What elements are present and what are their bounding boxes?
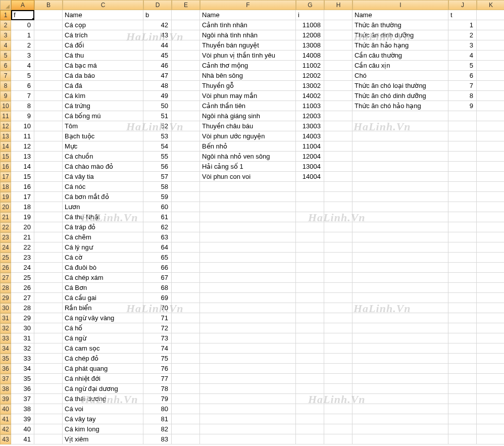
cell-C1[interactable]: Name (63, 10, 143, 20)
cell-B13[interactable] (34, 131, 63, 141)
cell-B5[interactable] (34, 51, 63, 61)
cell-D16[interactable]: 56 (143, 162, 172, 172)
cell-E13[interactable] (172, 131, 200, 141)
cell-B15[interactable] (34, 152, 63, 162)
row-header-11[interactable]: 11 (0, 111, 11, 121)
cell-D34[interactable]: 74 (143, 343, 172, 354)
cell-F35[interactable] (200, 354, 296, 364)
cell-B8[interactable] (34, 81, 63, 91)
cell-D13[interactable]: 53 (143, 131, 172, 141)
column-header-B[interactable]: B (34, 0, 63, 10)
cell-K25[interactable] (477, 253, 504, 263)
cell-E15[interactable] (172, 152, 200, 162)
cell-K41[interactable] (477, 414, 504, 424)
cell-K32[interactable] (477, 323, 504, 333)
cell-A16[interactable]: 14 (11, 162, 34, 172)
cell-J18[interactable] (448, 182, 477, 192)
cell-B32[interactable] (34, 323, 63, 333)
cell-D10[interactable]: 50 (143, 101, 172, 111)
cell-K4[interactable] (477, 40, 504, 51)
cell-E40[interactable] (172, 404, 200, 414)
cell-I17[interactable] (352, 172, 448, 182)
row-header-9[interactable]: 9 (0, 91, 11, 101)
cell-A37[interactable]: 35 (11, 374, 34, 384)
cell-G2[interactable]: 11008 (296, 20, 324, 30)
column-header-A[interactable]: A (11, 0, 34, 10)
cell-A12[interactable]: 10 (11, 121, 34, 131)
cell-G41[interactable] (296, 414, 324, 424)
cell-E37[interactable] (172, 374, 200, 384)
cell-G5[interactable]: 14008 (296, 51, 324, 61)
cell-C30[interactable]: Rắn biển (63, 303, 143, 313)
cell-K18[interactable] (477, 182, 504, 192)
cell-K5[interactable] (477, 51, 504, 61)
cell-J14[interactable] (448, 141, 477, 152)
cell-F37[interactable] (200, 374, 296, 384)
cell-F2[interactable]: Cảnh tình nhân (200, 20, 296, 30)
cell-B22[interactable] (34, 222, 63, 232)
cell-C12[interactable]: Tôm (63, 121, 143, 131)
cell-H34[interactable] (324, 343, 352, 354)
cell-G27[interactable] (296, 273, 324, 283)
cell-A25[interactable]: 23 (11, 253, 34, 263)
cell-H13[interactable] (324, 131, 352, 141)
cell-A19[interactable]: 17 (11, 192, 34, 202)
row-header-16[interactable]: 16 (0, 162, 11, 172)
cell-G22[interactable] (296, 222, 324, 232)
cell-C4[interactable]: Cá đối (63, 40, 143, 51)
cell-E16[interactable] (172, 162, 200, 172)
row-header-30[interactable]: 30 (0, 303, 11, 313)
cell-G36[interactable] (296, 364, 324, 374)
cell-J42[interactable] (448, 424, 477, 434)
cell-F21[interactable] (200, 212, 296, 222)
cell-D11[interactable]: 51 (143, 111, 172, 121)
cell-I43[interactable] (352, 434, 448, 444)
row-header-34[interactable]: 34 (0, 343, 11, 354)
cell-H21[interactable] (324, 212, 352, 222)
cell-I25[interactable] (352, 253, 448, 263)
row-header-7[interactable]: 7 (0, 71, 11, 81)
cell-K40[interactable] (477, 404, 504, 414)
row-header-17[interactable]: 17 (0, 172, 11, 182)
row-header-41[interactable]: 41 (0, 414, 11, 424)
cell-A1[interactable]: f (11, 10, 34, 20)
cell-B23[interactable] (34, 232, 63, 242)
cell-D31[interactable]: 71 (143, 313, 172, 323)
cell-B36[interactable] (34, 364, 63, 374)
cell-C19[interactable]: Cá bơn mắt đỏ (63, 192, 143, 202)
cell-C23[interactable]: Cá chẽm (63, 232, 143, 242)
column-header-D[interactable]: D (143, 0, 172, 10)
cell-E33[interactable] (172, 333, 200, 343)
cell-B14[interactable] (34, 141, 63, 152)
row-header-26[interactable]: 26 (0, 263, 11, 273)
cell-E20[interactable] (172, 202, 200, 212)
cell-J36[interactable] (448, 364, 477, 374)
cell-I36[interactable] (352, 364, 448, 374)
cell-H31[interactable] (324, 313, 352, 323)
cell-I24[interactable] (352, 242, 448, 253)
row-header-20[interactable]: 20 (0, 202, 11, 212)
row-header-23[interactable]: 23 (0, 232, 11, 242)
cell-H28[interactable] (324, 283, 352, 293)
cell-E25[interactable] (172, 253, 200, 263)
cell-K3[interactable] (477, 30, 504, 40)
cell-C31[interactable]: Cá ngừ vây vàng (63, 313, 143, 323)
cell-H10[interactable] (324, 101, 352, 111)
cell-D23[interactable]: 63 (143, 232, 172, 242)
cell-B39[interactable] (34, 394, 63, 404)
cell-E7[interactable] (172, 71, 200, 81)
cell-K27[interactable] (477, 273, 504, 283)
cell-K26[interactable] (477, 263, 504, 273)
cell-E29[interactable] (172, 293, 200, 303)
cell-H23[interactable] (324, 232, 352, 242)
cell-I12[interactable] (352, 121, 448, 131)
cell-B3[interactable] (34, 30, 63, 40)
cell-I30[interactable] (352, 303, 448, 313)
cell-E2[interactable] (172, 20, 200, 30)
row-header-25[interactable]: 25 (0, 253, 11, 263)
cell-A18[interactable]: 16 (11, 182, 34, 192)
cell-E6[interactable] (172, 61, 200, 71)
cell-H36[interactable] (324, 364, 352, 374)
cell-C43[interactable]: Vịt xiêm (63, 434, 143, 444)
cell-H22[interactable] (324, 222, 352, 232)
